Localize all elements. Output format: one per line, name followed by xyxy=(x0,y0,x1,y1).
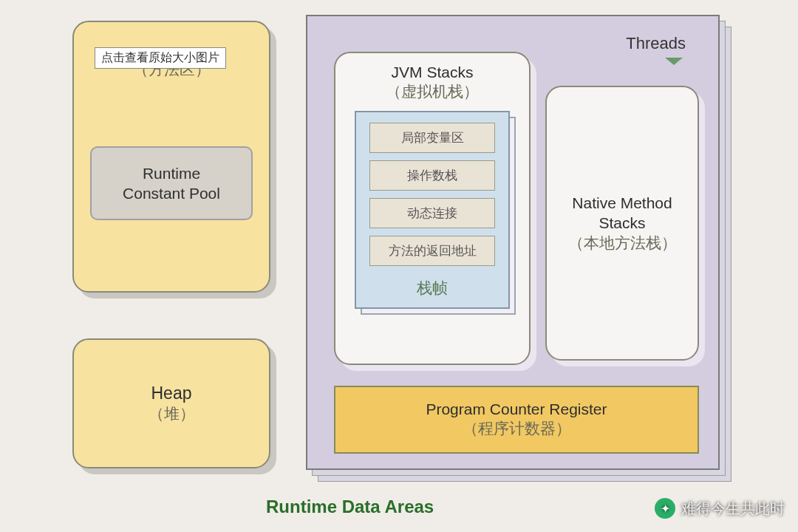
jvm-stacks-box: JVM Stacks （虚拟机栈） 局部变量区 操作数栈 动态连接 方法的返回地… xyxy=(334,52,531,365)
diagram-canvas: （方法区） Runtime Constant Pool 点击查看原始大小图片 H… xyxy=(0,0,798,532)
watermark: ✦ 难得今生共此时 xyxy=(655,498,785,519)
watermark-text: 难得今生共此时 xyxy=(681,499,785,519)
heap-subtitle: （堆） xyxy=(149,403,195,424)
click-hint-label[interactable]: 点击查看原始大小图片 xyxy=(95,47,226,69)
footer-title: Runtime Data Areas xyxy=(266,497,434,517)
threads-box: Threads JVM Stacks （虚拟机栈） 局部变量区 操作数栈 动态连… xyxy=(306,15,720,470)
wechat-icon: ✦ xyxy=(655,498,675,519)
pcr-subtitle: （程序计数器） xyxy=(463,418,571,439)
native-stacks-title: Native Method Stacks xyxy=(572,193,672,233)
jvm-stacks-subtitle: （虚拟机栈） xyxy=(335,81,529,102)
native-stacks-subtitle: （本地方法栈） xyxy=(568,233,677,253)
pcr-title: Program Counter Register xyxy=(426,400,607,418)
stack-frame-item: 局部变量区 xyxy=(369,123,495,153)
jvm-stacks-title: JVM Stacks xyxy=(335,64,529,81)
stack-frame-box: 局部变量区 操作数栈 动态连接 方法的返回地址 栈帧 xyxy=(355,111,510,309)
heap-title: Heap xyxy=(151,383,192,403)
stack-frame-item: 操作数栈 xyxy=(369,160,495,191)
stack-frame-title: 栈帧 xyxy=(356,273,508,299)
threads-label: Threads xyxy=(626,34,686,53)
native-stacks-box: Native Method Stacks （本地方法栈） xyxy=(545,86,699,361)
pcr-box: Program Counter Register （程序计数器） xyxy=(334,386,699,454)
stack-frame-item: 动态连接 xyxy=(369,198,495,228)
chevron-down-icon xyxy=(665,58,683,65)
heap-box: Heap （堆） xyxy=(72,338,270,468)
stack-frame-item: 方法的返回地址 xyxy=(369,236,495,266)
runtime-constant-pool-box: Runtime Constant Pool xyxy=(90,146,253,220)
